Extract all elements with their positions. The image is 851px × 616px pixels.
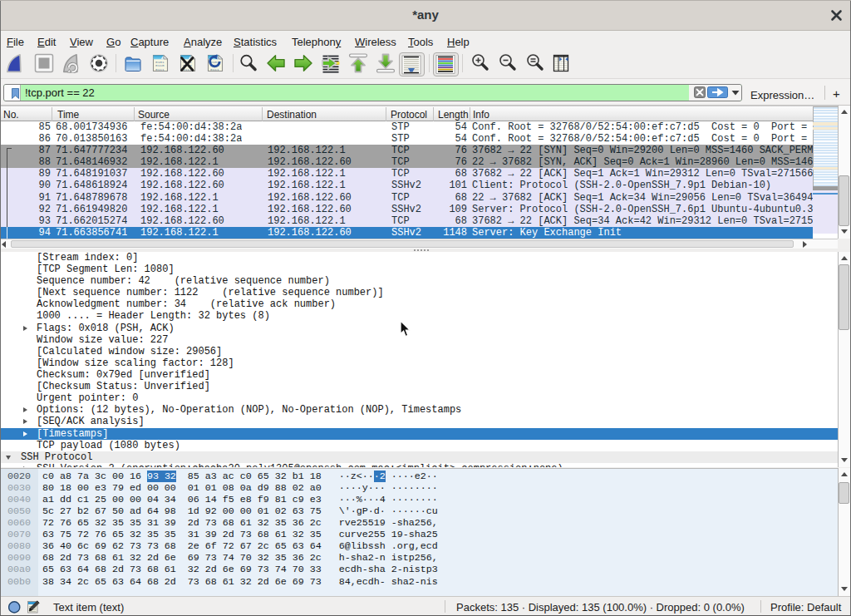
- svg-text:0111: 0111: [155, 67, 165, 71]
- svg-text:0111: 0111: [210, 67, 219, 71]
